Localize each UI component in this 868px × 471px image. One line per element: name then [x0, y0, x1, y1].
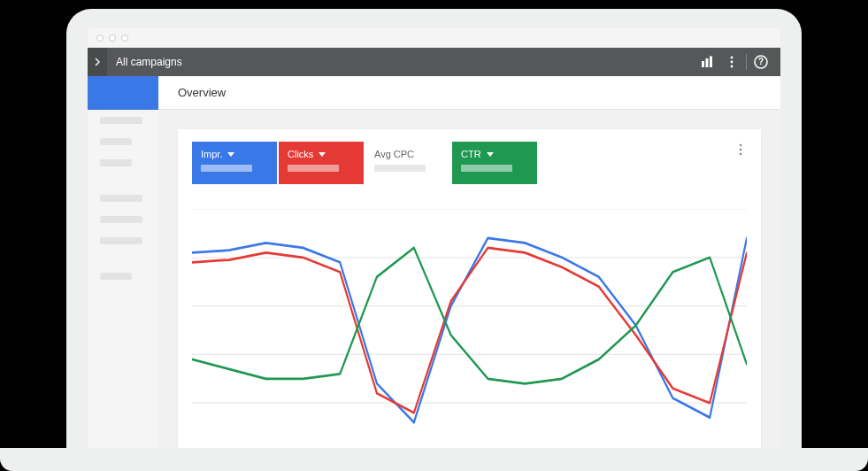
sidebar-item-placeholder[interactable] — [100, 273, 132, 280]
left-sidebar — [88, 76, 158, 452]
metric-chip-avg-cpc: Avg CPC — [365, 142, 450, 184]
metric-value-placeholder — [201, 165, 252, 172]
caret-down-icon — [487, 152, 494, 157]
screen: All campaigns ? — [88, 28, 780, 452]
svg-text:?: ? — [758, 57, 764, 66]
main-area: Overview Impr.ClicksAvg CPCCTR — [158, 76, 780, 452]
chart-series-impr- — [192, 238, 747, 422]
svg-point-4 — [731, 61, 734, 64]
sidebar-item-placeholder[interactable] — [100, 117, 142, 124]
traffic-light-zoom[interactable] — [121, 35, 128, 42]
svg-rect-2 — [710, 57, 712, 68]
metric-label: Impr. — [201, 149, 222, 159]
svg-rect-1 — [706, 58, 709, 67]
sidebar-item-placeholder[interactable] — [100, 237, 142, 244]
sidebar-item-placeholder[interactable] — [100, 216, 142, 223]
content-area: Impr.ClicksAvg CPCCTR — [158, 110, 780, 452]
overview-card: Impr.ClicksAvg CPCCTR — [178, 129, 761, 452]
metric-label: Clicks — [288, 149, 313, 159]
svg-point-10 — [740, 153, 742, 156]
page-title: Overview — [158, 76, 780, 110]
sidebar-item-placeholder[interactable] — [100, 138, 132, 145]
traffic-light-close[interactable] — [96, 35, 104, 42]
topbar-divider — [746, 54, 747, 70]
metric-value-placeholder — [461, 165, 512, 172]
sidebar-item-placeholder[interactable] — [100, 195, 142, 202]
caret-down-icon — [227, 152, 234, 157]
caret-down-icon — [319, 152, 326, 157]
help-icon[interactable]: ? — [749, 50, 773, 74]
svg-point-9 — [740, 149, 742, 151]
metric-label: Avg CPC — [374, 149, 414, 159]
more-vert-icon[interactable] — [719, 50, 744, 74]
reports-icon[interactable] — [695, 50, 719, 74]
metric-chip-impr-[interactable]: Impr. — [192, 142, 277, 184]
window-titlebar — [88, 28, 780, 48]
chart-series-ctr — [192, 248, 747, 383]
sidebar-item-placeholder[interactable] — [100, 159, 132, 166]
traffic-light-minimize[interactable] — [109, 35, 116, 42]
metric-chip-clicks[interactable]: Clicks — [279, 142, 364, 184]
svg-rect-0 — [702, 61, 704, 67]
laptop-base — [0, 448, 868, 471]
breadcrumb-title[interactable]: All campaigns — [116, 56, 182, 68]
performance-chart — [192, 209, 747, 452]
sidebar-active-tab[interactable] — [88, 76, 158, 110]
laptop-frame: All campaigns ? — [66, 9, 802, 452]
metric-selector-row: Impr.ClicksAvg CPCCTR — [192, 142, 747, 184]
card-more-icon[interactable] — [733, 142, 749, 158]
metric-chip-ctr[interactable]: CTR — [452, 142, 537, 184]
svg-point-3 — [731, 57, 734, 59]
metric-value-placeholder — [374, 165, 426, 172]
breadcrumb-expand-icon[interactable] — [88, 48, 107, 76]
metric-label: CTR — [461, 149, 481, 159]
svg-point-8 — [740, 144, 742, 147]
svg-point-5 — [731, 66, 734, 68]
app-topbar: All campaigns ? — [88, 48, 780, 76]
metric-value-placeholder — [288, 165, 339, 172]
